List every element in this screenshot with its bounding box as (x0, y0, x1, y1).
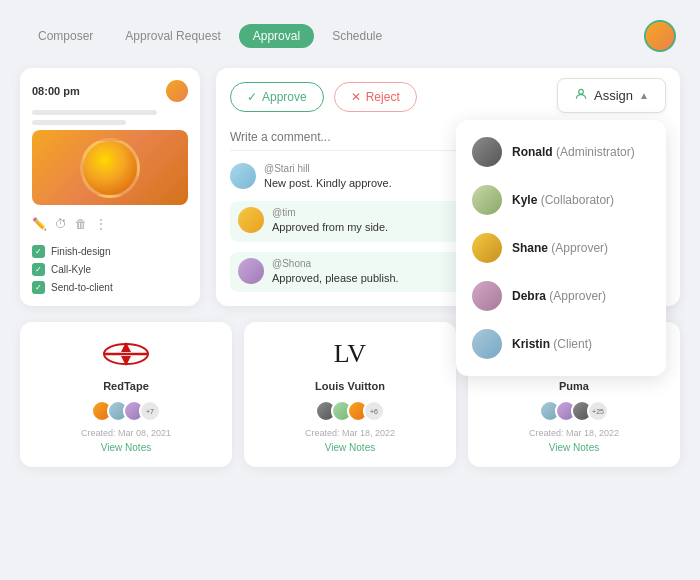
checklist-label-3: Send-to-client (51, 282, 113, 293)
post-line-1 (32, 110, 157, 115)
user-name-ronald: Ronald (512, 145, 553, 159)
user-name-kristin: Kristin (512, 337, 550, 351)
user-avatar-kyle (472, 185, 502, 215)
assign-container: Assign ▲ Ronald (Administrator) (557, 78, 666, 113)
reject-button[interactable]: ✕ Reject (334, 82, 417, 112)
comment-avatar-2 (238, 207, 264, 233)
user-name-kyle: Kyle (512, 193, 537, 207)
brand-avatars-redtape: +7 (91, 400, 161, 422)
brand-name-lv: Louis Vuitton (315, 380, 385, 392)
assign-dropdown: Ronald (Administrator) Kyle (Collaborato… (456, 120, 666, 376)
content-area: 08:00 pm ✏️ ⏱ 🗑 ⋮ ✓ Finish-design ✓ (20, 68, 680, 306)
comment-avatar-3 (238, 258, 264, 284)
checklist-item: ✓ Call-Kyle (32, 263, 188, 276)
user-avatar-kristin (472, 329, 502, 359)
checkbox-2[interactable]: ✓ (32, 263, 45, 276)
post-line-2 (32, 120, 126, 125)
post-checklist: ✓ Finish-design ✓ Call-Kyle ✓ Send-to-cl… (32, 245, 188, 294)
user-avatar-shane (472, 233, 502, 263)
user-avatar-ronald (472, 137, 502, 167)
nav-tabs: Composer Approval Request Approval Sched… (24, 24, 396, 48)
tab-composer[interactable]: Composer (24, 24, 107, 48)
assign-user-shane[interactable]: Shane (Approver) (456, 224, 666, 272)
brand-card-lv: LV Louis Vuitton +6 Created: Mar 18, 202… (244, 322, 456, 467)
approve-button[interactable]: ✓ Approve (230, 82, 324, 112)
tab-approval-request[interactable]: Approval Request (111, 24, 234, 48)
edit-icon[interactable]: ✏️ (32, 217, 47, 231)
brand-meta-redtape: Created: Mar 08, 2021 (81, 428, 171, 438)
view-notes-lv[interactable]: View Notes (325, 442, 375, 453)
delete-icon[interactable]: 🗑 (75, 217, 87, 231)
more-icon[interactable]: ⋮ (95, 217, 107, 231)
post-time: 08:00 pm (32, 85, 80, 97)
orange-image (80, 138, 140, 198)
assign-label: Assign (594, 88, 633, 103)
top-nav: Composer Approval Request Approval Sched… (20, 20, 680, 52)
user-role-kyle: (Collaborator) (541, 193, 614, 207)
user-role-shane: (Approver) (551, 241, 608, 255)
brand-avatar-extra: +6 (363, 400, 385, 422)
checkbox-3[interactable]: ✓ (32, 281, 45, 294)
lv-logo: LV (334, 336, 366, 372)
user-role-ronald: (Administrator) (556, 145, 635, 159)
brand-avatars-lv: +6 (315, 400, 385, 422)
redtape-logo (101, 336, 151, 372)
assign-button[interactable]: Assign ▲ (557, 78, 666, 113)
assign-user-kristin[interactable]: Kristin (Client) (456, 320, 666, 368)
brand-avatar-extra: +25 (587, 400, 609, 422)
brand-avatar-extra: +7 (139, 400, 161, 422)
user-name-shane: Shane (512, 241, 548, 255)
brand-meta-lv: Created: Mar 18, 2022 (305, 428, 395, 438)
tab-schedule[interactable]: Schedule (318, 24, 396, 48)
svg-point-0 (579, 89, 584, 94)
assign-user-kyle[interactable]: Kyle (Collaborator) (456, 176, 666, 224)
tab-approval[interactable]: Approval (239, 24, 314, 48)
main-container: Composer Approval Request Approval Sched… (0, 0, 700, 580)
brand-name-redtape: RedTape (103, 380, 149, 392)
brand-card-redtape: RedTape +7 Created: Mar 08, 2021 View No… (20, 322, 232, 467)
user-avatar-debra (472, 281, 502, 311)
reject-x-icon: ✕ (351, 90, 361, 104)
assign-user-icon (574, 87, 588, 104)
checkbox-1[interactable]: ✓ (32, 245, 45, 258)
user-role-kristin: (Client) (553, 337, 592, 351)
view-notes-puma[interactable]: View Notes (549, 442, 599, 453)
avatar (644, 20, 676, 52)
post-image (32, 130, 188, 205)
assign-user-ronald[interactable]: Ronald (Administrator) (456, 128, 666, 176)
approval-panel: ✓ Approve ✕ Reject @Stari hill New post.… (216, 68, 680, 306)
chevron-up-icon: ▲ (639, 90, 649, 101)
approve-check-icon: ✓ (247, 90, 257, 104)
brand-avatars-puma: +25 (539, 400, 609, 422)
checklist-item: ✓ Send-to-client (32, 281, 188, 294)
user-name-debra: Debra (512, 289, 546, 303)
view-notes-redtape[interactable]: View Notes (101, 442, 151, 453)
comment-avatar-1 (230, 163, 256, 189)
checklist-item: ✓ Finish-design (32, 245, 188, 258)
post-actions: ✏️ ⏱ 🗑 ⋮ (32, 213, 188, 235)
checklist-label-1: Finish-design (51, 246, 110, 257)
post-panel: 08:00 pm ✏️ ⏱ 🗑 ⋮ ✓ Finish-design ✓ (20, 68, 200, 306)
brand-name-puma: Puma (559, 380, 589, 392)
checklist-label-2: Call-Kyle (51, 264, 91, 275)
assign-user-debra[interactable]: Debra (Approver) (456, 272, 666, 320)
post-user-avatar (166, 80, 188, 102)
post-header: 08:00 pm (32, 80, 188, 102)
brand-meta-puma: Created: Mar 18, 2022 (529, 428, 619, 438)
user-role-debra: (Approver) (549, 289, 606, 303)
time-icon[interactable]: ⏱ (55, 217, 67, 231)
